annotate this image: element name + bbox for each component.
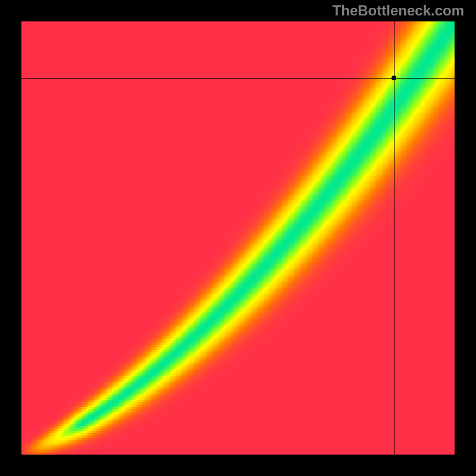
marker-dot [392, 76, 396, 80]
crosshair-horizontal [21, 78, 455, 79]
plot-area [21, 21, 455, 455]
heatmap-canvas [21, 21, 455, 455]
watermark-text: TheBottleneck.com [333, 2, 464, 19]
crosshair-vertical [394, 21, 394, 455]
chart-container: TheBottleneck.com [0, 0, 476, 476]
